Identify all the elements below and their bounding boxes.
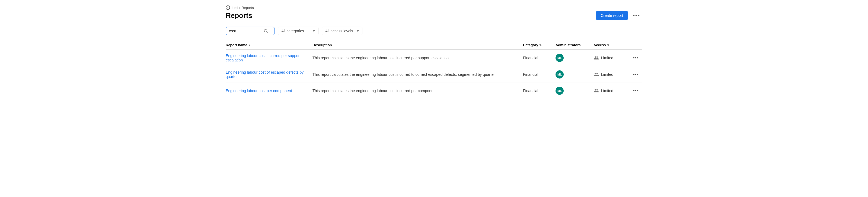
report-name-link-3[interactable]: Engineering labour cost per component bbox=[226, 89, 292, 93]
column-header-administrators: Administrators bbox=[556, 43, 593, 47]
report-access-cell-3: Limited bbox=[593, 88, 631, 93]
app-brand-label: Limbr Reports bbox=[231, 6, 254, 10]
search-input-wrapper[interactable] bbox=[226, 27, 275, 35]
table-header-row: Report name ▲ Description Category ⇅ Adm… bbox=[226, 43, 642, 50]
report-category-cell-3: Financial bbox=[523, 89, 556, 93]
table-row: Engineering labour cost per component Th… bbox=[226, 83, 642, 99]
admin-avatar-1: ML bbox=[556, 54, 564, 62]
group-icon-2 bbox=[593, 72, 599, 77]
column-header-name: Report name ▲ bbox=[226, 43, 312, 47]
report-actions-cell-2: ••• bbox=[631, 72, 642, 78]
table-row: Engineering labour cost of escaped defec… bbox=[226, 66, 642, 83]
group-icon-3 bbox=[593, 88, 599, 93]
reports-table: Report name ▲ Description Category ⇅ Adm… bbox=[226, 43, 642, 99]
report-name-link-1[interactable]: Engineering labour cost incurred per sup… bbox=[226, 54, 301, 62]
report-admin-cell-3: ML bbox=[556, 87, 593, 95]
row-more-button-3[interactable]: ••• bbox=[631, 88, 641, 94]
report-name-cell-2: Engineering labour cost of escaped defec… bbox=[226, 70, 312, 79]
admin-avatar-3: ML bbox=[556, 87, 564, 95]
report-description-cell-3: This report calculates the engineering l… bbox=[312, 89, 523, 93]
create-report-button[interactable]: Create report bbox=[596, 11, 628, 20]
categories-filter[interactable]: All categories bbox=[278, 27, 318, 35]
page-header: Reports Create report ••• bbox=[226, 11, 642, 20]
sort-icon-name: ▲ bbox=[248, 44, 251, 47]
page-title: Reports bbox=[226, 11, 252, 20]
report-name-cell-3: Engineering labour cost per component bbox=[226, 89, 312, 93]
search-input[interactable] bbox=[229, 29, 261, 33]
column-header-category: Category ⇅ bbox=[523, 43, 556, 47]
access-levels-filter-label: All access levels bbox=[325, 29, 353, 33]
svg-line-1 bbox=[267, 32, 268, 33]
column-header-description: Description bbox=[312, 43, 523, 47]
admin-avatar-2: ML bbox=[556, 71, 564, 79]
report-access-cell-2: Limited bbox=[593, 72, 631, 77]
filters-row: All categories All access levels bbox=[226, 27, 642, 35]
access-levels-filter[interactable]: All access levels bbox=[322, 27, 362, 35]
access-levels-chevron-icon bbox=[357, 30, 359, 32]
report-actions-cell-3: ••• bbox=[631, 88, 642, 94]
column-header-actions bbox=[631, 43, 642, 47]
report-description-cell-2: This report calculates the engineering l… bbox=[312, 72, 523, 77]
categories-chevron-icon bbox=[313, 30, 315, 32]
report-category-cell-2: Financial bbox=[523, 72, 556, 77]
group-icon-1 bbox=[593, 55, 599, 61]
report-name-cell-1: Engineering labour cost incurred per sup… bbox=[226, 54, 312, 62]
table-row: Engineering labour cost incurred per sup… bbox=[226, 50, 642, 66]
report-category-cell-1: Financial bbox=[523, 56, 556, 60]
header-actions: Create report ••• bbox=[596, 11, 643, 20]
header-more-button[interactable]: ••• bbox=[631, 11, 642, 20]
row-more-button-2[interactable]: ••• bbox=[631, 72, 641, 78]
report-admin-cell-2: ML bbox=[556, 71, 593, 79]
row-more-button-1[interactable]: ••• bbox=[631, 55, 641, 61]
report-name-link-2[interactable]: Engineering labour cost of escaped defec… bbox=[226, 70, 304, 79]
search-icon bbox=[264, 29, 268, 33]
report-description-cell-1: This report calculates the engineering l… bbox=[312, 56, 523, 60]
report-access-cell-1: Limited bbox=[593, 55, 631, 61]
categories-filter-label: All categories bbox=[281, 29, 304, 33]
app-logo-icon: ○ bbox=[226, 5, 230, 10]
report-actions-cell-1: ••• bbox=[631, 55, 642, 61]
brand-bar: ○ Limbr Reports bbox=[226, 5, 642, 10]
sort-icon-category: ⇅ bbox=[539, 44, 541, 47]
sort-icon-access: ⇅ bbox=[607, 44, 609, 47]
column-header-access: Access ⇅ bbox=[593, 43, 631, 47]
report-admin-cell-1: ML bbox=[556, 54, 593, 62]
